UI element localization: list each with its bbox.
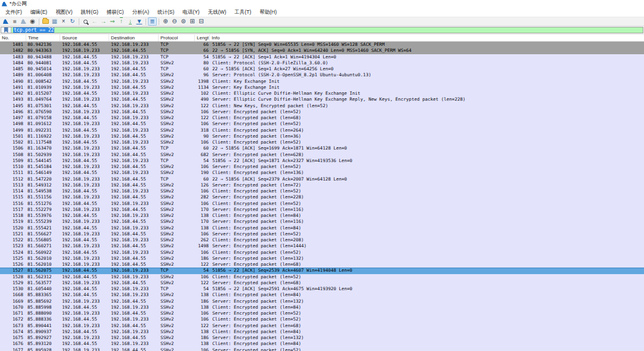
packet-row[interactable]: 152981.563577192.168.19.233192.168.44.55… bbox=[0, 280, 644, 286]
packet-row[interactable]: 151681.551276192.168.44.55192.168.19.233… bbox=[0, 201, 644, 207]
packet-row[interactable]: 150981.544145192.168.44.55192.168.19.233… bbox=[0, 158, 644, 164]
cell-time: 85.883365 bbox=[26, 292, 60, 298]
packet-row[interactable]: 166985.885692192.168.19.233192.168.44.55… bbox=[0, 299, 644, 305]
packet-row[interactable]: 148580.945014192.168.19.233192.168.44.55… bbox=[0, 66, 644, 72]
go-first-packet-icon[interactable]: ↑ bbox=[117, 17, 126, 26]
packet-row[interactable]: 150281.117548192.168.44.55192.168.19.233… bbox=[0, 139, 644, 145]
packet-row[interactable]: 148480.944081192.168.44.55192.168.19.233… bbox=[0, 60, 644, 66]
packet-row[interactable]: 167485.890937192.168.44.55192.168.19.233… bbox=[0, 329, 644, 335]
column-header-time[interactable]: Time bbox=[26, 35, 60, 41]
packet-row[interactable]: 152681.562010192.168.19.233192.168.44.55… bbox=[0, 262, 644, 268]
reload-capture-icon[interactable]: ↻ bbox=[68, 17, 77, 26]
packet-row[interactable]: 152181.556627192.168.19.233192.168.44.55… bbox=[0, 231, 644, 237]
stop-capture-icon[interactable]: ■ bbox=[10, 17, 19, 26]
packet-row[interactable]: 151881.553976192.168.44.55192.168.19.233… bbox=[0, 213, 644, 219]
packet-row[interactable]: 167185.888090192.168.19.233192.168.44.55… bbox=[0, 310, 644, 316]
cell-no: 1493 bbox=[0, 97, 26, 102]
packet-row[interactable]: 151781.552279192.168.19.233192.168.44.55… bbox=[0, 207, 644, 213]
packet-row[interactable]: 167385.890441192.168.19.233192.168.44.55… bbox=[0, 323, 644, 329]
packet-row[interactable]: 152581.562010192.168.19.233192.168.44.55… bbox=[0, 256, 644, 262]
menu-item-file[interactable]: 文件(F) bbox=[1, 8, 26, 17]
packet-row[interactable]: 149381.049764192.168.19.233192.168.44.55… bbox=[0, 97, 644, 102]
find-packet-icon[interactable] bbox=[81, 17, 90, 26]
packet-row[interactable]: 167785.895928192.168.19.233192.168.44.55… bbox=[0, 347, 644, 351]
cell-len: 106 bbox=[195, 310, 210, 316]
packet-row[interactable]: 151081.545184192.168.19.233192.168.44.55… bbox=[0, 164, 644, 170]
packet-row[interactable]: 152481.560922192.168.44.55192.168.19.233… bbox=[0, 250, 644, 256]
column-header-destination[interactable]: Destination bbox=[109, 35, 159, 41]
packet-row[interactable]: 152081.555421192.168.44.55192.168.19.233… bbox=[0, 225, 644, 231]
cell-no: 1490 bbox=[0, 79, 26, 85]
menu-item-help[interactable]: 帮助(H) bbox=[255, 8, 281, 17]
packet-row[interactable]: 152781.562075192.168.44.55192.168.19.233… bbox=[0, 268, 644, 274]
menu-item-capture[interactable]: 捕获(C) bbox=[103, 8, 128, 17]
packet-row[interactable]: 167685.893120192.168.44.55192.168.19.233… bbox=[0, 341, 644, 347]
column-header-source[interactable]: Source bbox=[60, 35, 109, 41]
filter-bookmark-button[interactable] bbox=[1, 27, 11, 33]
menu-item-tools[interactable]: 工具(T) bbox=[230, 8, 255, 17]
packet-row[interactable]: 151281.547220192.168.19.233192.168.44.55… bbox=[0, 176, 644, 182]
cell-len: 186 bbox=[195, 335, 210, 341]
column-header-lengt[interactable]: Lengt bbox=[195, 35, 210, 41]
packet-row[interactable]: 150881.502939192.168.19.233192.168.44.55… bbox=[0, 152, 644, 158]
go-to-packet-icon[interactable]: ⇒ bbox=[108, 17, 117, 26]
cell-no: 1525 bbox=[0, 256, 26, 262]
packet-row[interactable]: 153081.605440192.168.44.55192.168.19.233… bbox=[0, 286, 644, 292]
displayed-columns-icon[interactable]: ⊟ bbox=[197, 17, 206, 26]
start-capture-icon[interactable] bbox=[1, 17, 10, 26]
packet-row[interactable]: 149981.092231192.168.44.55192.168.19.233… bbox=[0, 128, 644, 133]
resize-columns-icon[interactable]: ⊞ bbox=[188, 17, 197, 26]
zoom-reset-icon[interactable]: ⊜ bbox=[179, 17, 188, 26]
packet-row[interactable]: 149081.008542192.168.44.55192.168.19.233… bbox=[0, 79, 644, 85]
menu-item-telephony[interactable]: 电话(Y) bbox=[178, 8, 203, 17]
packet-row[interactable]: 151481.549538192.168.44.55192.168.19.233… bbox=[0, 188, 644, 194]
zoom-in-icon[interactable]: ⊕ bbox=[161, 17, 170, 26]
go-back-icon[interactable]: ← bbox=[90, 17, 99, 26]
packet-row[interactable]: 166885.883365192.168.44.55192.168.19.233… bbox=[0, 292, 644, 298]
packet-row[interactable]: 151181.546149192.168.44.55192.168.19.233… bbox=[0, 170, 644, 176]
packet-row[interactable]: 151581.551156192.168.19.233192.168.44.55… bbox=[0, 194, 644, 200]
packet-row[interactable]: 149681.076590192.168.19.233192.168.44.55… bbox=[0, 109, 644, 115]
packet-row[interactable]: 152381.560271192.168.19.233192.168.44.55… bbox=[0, 243, 644, 249]
restart-capture-icon[interactable] bbox=[19, 17, 28, 26]
menu-item-statistics[interactable]: 统计(S) bbox=[153, 8, 178, 17]
packet-row[interactable]: 149781.079158192.168.44.55192.168.19.233… bbox=[0, 115, 644, 121]
packet-row[interactable]: 167585.892927192.168.19.233192.168.44.55… bbox=[0, 335, 644, 341]
open-capture-icon[interactable] bbox=[41, 17, 50, 26]
go-last-packet-icon[interactable]: ↓ bbox=[126, 17, 135, 26]
display-filter-input[interactable]: tcp.port == 22 bbox=[11, 27, 643, 33]
packet-row[interactable]: 167085.885998192.168.44.55192.168.19.233… bbox=[0, 305, 644, 310]
packet-row[interactable]: 151381.549312192.168.19.233192.168.44.55… bbox=[0, 182, 644, 188]
capture-options-icon[interactable]: ◉ bbox=[28, 17, 37, 26]
packet-row[interactable]: 149581.075301192.168.44.55192.168.19.233… bbox=[0, 103, 644, 109]
packet-row[interactable]: 149181.010939192.168.19.233192.168.44.55… bbox=[0, 85, 644, 91]
packet-row[interactable]: 148280.943363192.168.19.233192.168.44.55… bbox=[0, 48, 644, 54]
zoom-out-icon[interactable]: ⊖ bbox=[170, 17, 179, 26]
auto-scroll-icon[interactable]: ▼ bbox=[135, 17, 144, 26]
packet-row[interactable]: 150681.163470192.168.19.233192.168.44.55… bbox=[0, 145, 644, 151]
packet-row[interactable]: 149881.091612192.168.19.233192.168.44.55… bbox=[0, 121, 644, 127]
close-capture-icon[interactable]: × bbox=[59, 17, 68, 26]
packet-row[interactable]: 149281.015207192.168.44.55192.168.19.233… bbox=[0, 91, 644, 97]
menu-item-edit[interactable]: 编辑(E) bbox=[26, 8, 51, 17]
packet-row[interactable]: 150181.116922192.168.19.233192.168.44.55… bbox=[0, 133, 644, 139]
go-forward-icon[interactable]: → bbox=[99, 17, 108, 26]
column-header-no[interactable]: No. bbox=[0, 35, 26, 41]
column-header-protocol[interactable]: Protocol bbox=[159, 35, 195, 41]
packet-row[interactable]: 152881.562312192.168.44.55192.168.19.233… bbox=[0, 274, 644, 280]
packet-row[interactable]: 148180.942136192.168.44.55192.168.19.233… bbox=[0, 42, 644, 48]
packet-row[interactable]: 152281.556805192.168.44.55192.168.19.233… bbox=[0, 237, 644, 243]
packet-row[interactable]: 148380.943488192.168.44.55192.168.19.233… bbox=[0, 54, 644, 60]
menu-item-analyze[interactable]: 分析(A) bbox=[128, 8, 153, 17]
column-header-info[interactable]: Info bbox=[210, 35, 644, 41]
colorize-packets-icon[interactable]: ≣ bbox=[148, 17, 157, 26]
cell-src: 192.168.19.233 bbox=[60, 256, 109, 262]
menu-item-wireless[interactable]: 无线(W) bbox=[204, 8, 231, 17]
save-capture-icon[interactable]: ▦ bbox=[50, 17, 59, 26]
menu-item-go[interactable]: 跳转(G) bbox=[77, 8, 103, 17]
packet-row[interactable]: 148981.006408192.168.19.233192.168.44.55… bbox=[0, 72, 644, 78]
packet-row[interactable]: 151981.555239192.168.19.233192.168.44.55… bbox=[0, 219, 644, 225]
packet-row[interactable]: 167285.888336192.168.44.55192.168.19.233… bbox=[0, 316, 644, 322]
menu-item-view[interactable]: 视图(V) bbox=[51, 8, 76, 17]
cell-proto: TCP bbox=[159, 145, 195, 151]
